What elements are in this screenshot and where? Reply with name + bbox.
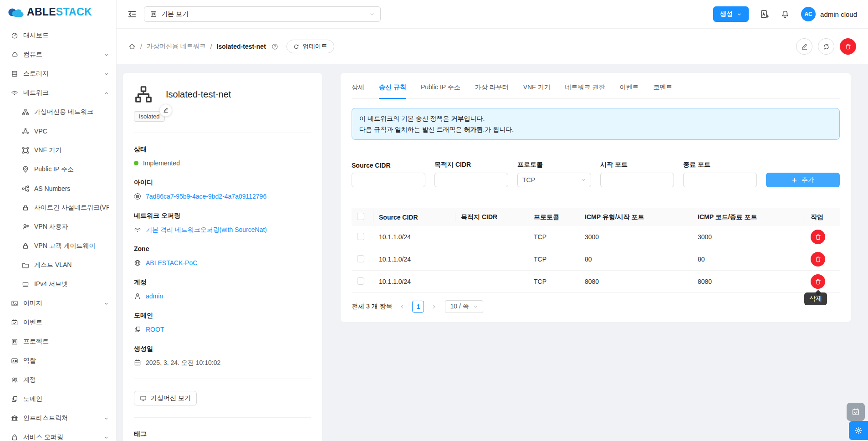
pagination-total: 전체 3 개 항목 — [352, 303, 392, 311]
tab[interactable]: 상세 — [352, 77, 364, 98]
network-detail-panel: Isolated-test-net Isolated 상태Implemented… — [123, 73, 322, 441]
delete-network-button[interactable] — [840, 38, 856, 55]
sidebar-item-label: VPN 사용자 — [34, 223, 109, 231]
globe-icon — [134, 259, 141, 267]
dashboard-icon — [11, 32, 18, 39]
page-size-select[interactable]: 10 / 쪽 — [445, 300, 483, 313]
start-port-input[interactable] — [600, 173, 674, 187]
tab[interactable]: VNF 기기 — [523, 77, 551, 98]
sidebar-item[interactable]: VNF 기기 — [0, 142, 116, 159]
select-all-checkbox[interactable] — [357, 213, 364, 220]
page-number[interactable]: 1 — [412, 301, 424, 313]
sidebar-item[interactable]: VPN 고객 게이트웨이 — [0, 238, 116, 254]
tab[interactable]: 이벤트 — [619, 77, 638, 98]
edit-button[interactable] — [796, 38, 812, 55]
calendar-check-icon — [852, 408, 860, 416]
sidebar-item-label: VPN 고객 게이트웨이 — [34, 242, 109, 250]
pagination: 전체 3 개 항목 1 10 / 쪽 — [352, 300, 840, 313]
events-widget-button[interactable] — [847, 403, 865, 421]
breadcrumb-bar: / 가상머신용 네트워크 / Isolated-test-net 업데이트 — [117, 29, 868, 64]
sidebar-item-label: 가상머신용 네트워크 — [34, 108, 109, 116]
detail-field-label: 계정 — [134, 277, 311, 287]
form-field-label: 목적지 CIDR — [434, 161, 508, 169]
menu-fold-icon[interactable] — [128, 10, 137, 19]
sidebar-item[interactable]: 이벤트 — [0, 314, 116, 331]
sidebar-item[interactable]: 도메인 — [0, 391, 116, 407]
sidebar-item[interactable]: 인프라스트럭쳐 — [0, 410, 116, 426]
delete-rule-button[interactable] — [811, 252, 825, 267]
sidebar-item[interactable]: 프로젝트 — [0, 333, 116, 350]
tab[interactable]: 코멘트 — [653, 77, 672, 98]
detail-link[interactable]: ROOT — [146, 324, 164, 334]
idcard-icon — [11, 357, 18, 364]
sidebar-item[interactable]: 이미지 — [0, 295, 116, 312]
user-menu[interactable]: AC admin cloud — [801, 7, 857, 21]
document-a-plus-icon[interactable] — [760, 10, 769, 19]
network-type-tag-row: Isolated — [134, 111, 165, 122]
detail-link[interactable]: 기본 격리 네트워크오퍼링(with SourceNat) — [146, 225, 267, 235]
add-rule-button[interactable]: 추가 — [766, 173, 840, 187]
row-checkbox[interactable] — [357, 255, 364, 262]
form-field: 시작 포트 — [600, 161, 674, 187]
lock-icon — [22, 204, 29, 211]
project-view-value: 기본 보기 — [161, 10, 189, 18]
create-button[interactable]: 생성 — [713, 6, 749, 22]
protocol-select[interactable]: TCP — [517, 173, 591, 187]
tab[interactable]: 네트워크 권한 — [565, 77, 605, 98]
delete-rule-button[interactable] — [811, 274, 825, 289]
sidebar-item[interactable]: 역할 — [0, 353, 116, 369]
bell-icon[interactable] — [781, 10, 790, 19]
tab[interactable]: Public IP 주소 — [421, 77, 460, 98]
project-view-select[interactable]: 기본 보기 — [144, 6, 381, 22]
detail-link[interactable]: admin — [146, 291, 163, 301]
sidebar-item[interactable]: 대시보드 — [0, 27, 116, 44]
row-checkbox[interactable] — [357, 277, 364, 285]
dest-cidr-input[interactable] — [434, 173, 508, 187]
wifi-icon — [11, 89, 18, 97]
sidebar-item[interactable]: VPC — [0, 123, 116, 139]
divider — [134, 133, 311, 133]
sidebar-item[interactable]: AS Numbers — [0, 180, 116, 197]
source-cidr-input[interactable] — [352, 173, 425, 187]
sidebar-item-label: 스토리지 — [23, 70, 99, 78]
home-icon[interactable] — [128, 43, 136, 50]
breadcrumb-parent[interactable]: 가상머신용 네트워크 — [147, 42, 206, 51]
form-field: 프로토콜TCP — [517, 161, 591, 187]
tab[interactable]: 송신 규칙 — [379, 77, 406, 98]
refresh-button[interactable] — [818, 38, 834, 55]
sidebar-item[interactable]: 계정 — [0, 372, 116, 388]
next-page-button[interactable] — [429, 301, 439, 312]
sidebar-item[interactable]: VPN 사용자 — [0, 219, 116, 235]
sidebar: ABLESTACK 대시보드컴퓨트스토리지네트워크가상머신용 네트워크VPCVN… — [0, 0, 117, 441]
subnet-icon — [22, 281, 29, 288]
end-port-input[interactable] — [683, 173, 757, 187]
sidebar-item[interactable]: 사이트간 사설네트워크(VP... — [0, 200, 116, 216]
sidebar-item[interactable]: 가상머신용 네트워크 — [0, 104, 116, 120]
settings-gear-button[interactable] — [849, 421, 868, 440]
view-vms-button[interactable]: 가상머신 보기 — [134, 391, 197, 405]
calendar-check-icon — [11, 319, 18, 326]
delete-rule-button[interactable] — [811, 230, 825, 244]
action-wrap: 삭제 — [811, 274, 825, 289]
sidebar-item[interactable]: 네트워크 — [0, 85, 116, 101]
detail-link[interactable]: ABLESTACK-PoC — [146, 258, 197, 268]
question-circle-icon[interactable] — [271, 43, 278, 50]
detail-link[interactable]: 7ad86ca7-95b9-4ace-9bd2-4a7a09112796 — [146, 191, 266, 201]
brand-logo[interactable]: ABLESTACK — [0, 0, 116, 24]
sidebar-item[interactable]: 게스트 VLAN — [0, 257, 116, 273]
sidebar-item[interactable]: Public IP 주소 — [0, 161, 116, 178]
edit-name-button[interactable] — [159, 104, 172, 117]
sidebar-item[interactable]: IPv4 서브넷 — [0, 276, 116, 292]
column-header: 작업 — [805, 208, 840, 226]
column-header: 프로토콜 — [528, 208, 579, 226]
form-field: 종료 포트 — [683, 161, 757, 187]
sidebar-item-label: 컴퓨트 — [23, 51, 99, 59]
row-checkbox[interactable] — [357, 233, 364, 240]
sidebar-item[interactable]: 서비스 오퍼링 — [0, 429, 116, 441]
sidebar-item[interactable]: 스토리지 — [0, 66, 116, 82]
prev-page-button[interactable] — [397, 301, 408, 312]
page-actions — [796, 38, 856, 55]
sidebar-item[interactable]: 컴퓨트 — [0, 46, 116, 63]
tab[interactable]: 가상 라우터 — [475, 77, 509, 98]
update-button[interactable]: 업데이트 — [286, 40, 334, 53]
